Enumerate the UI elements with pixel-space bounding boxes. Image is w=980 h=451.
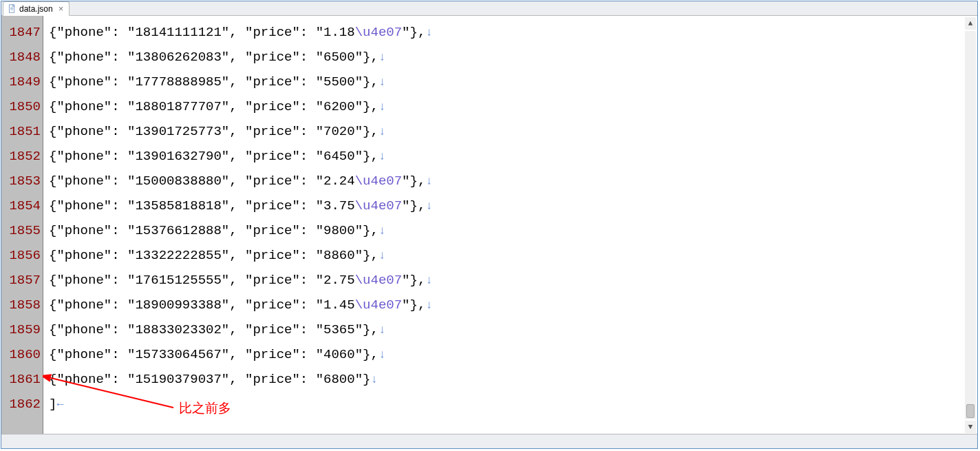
line-number: 1847 [1,20,43,45]
vertical-scrollbar[interactable] [965,31,976,419]
line-number: 1858 [1,293,43,317]
file-icon [8,4,17,13]
line-number: 1854 [1,193,43,218]
line-number: 1859 [1,317,43,342]
annotation-text: 比之前多 [179,399,231,417]
line-number: 1852 [1,144,43,169]
scroll-up-button[interactable]: ▲ [965,17,976,30]
line-number: 1857 [1,268,43,293]
code-line[interactable]: {"phone": "18801877707", "price": "6200"… [49,94,977,119]
code-line[interactable]: {"phone": "17615125555", "price": "2.75\… [49,268,977,293]
line-number: 1856 [1,243,43,268]
line-number: 1848 [1,45,43,70]
tab-bar: data.json × [1,1,977,16]
code-line[interactable]: {"phone": "18141111121", "price": "1.18\… [49,20,977,45]
code-line[interactable]: {"phone": "18833023302", "price": "5365"… [49,317,977,342]
code-line[interactable]: {"phone": "13322222855", "price": "8860"… [49,243,977,268]
line-number: 1851 [1,119,43,144]
code-line[interactable]: {"phone": "15733064567", "price": "4060"… [49,342,977,367]
line-number: 1860 [1,342,43,367]
close-icon[interactable]: × [58,4,64,13]
line-number: 1855 [1,218,43,243]
code-line[interactable]: {"phone": "18900993388", "price": "1.45\… [49,293,977,317]
line-number: 1862 [1,392,43,417]
line-number: 1850 [1,94,43,119]
code-line[interactable]: {"phone": "13901725773", "price": "7020"… [49,119,977,144]
scrollbar-thumb[interactable] [966,404,974,418]
tab-filename: data.json [19,4,53,14]
status-bar [1,434,977,448]
editor-window: data.json × 1847184818491850185118521853… [1,1,978,449]
line-number: 1849 [1,70,43,94]
scroll-down-button[interactable]: ▼ [965,421,976,433]
editor-area[interactable]: 1847184818491850185118521853185418551856… [1,16,977,434]
code-line[interactable]: {"phone": "13901632790", "price": "6450"… [49,144,977,169]
code-line[interactable]: {"phone": "17778888985", "price": "5500"… [49,70,977,94]
code-line[interactable]: {"phone": "15000838880", "price": "2.24\… [49,169,977,193]
code-content[interactable]: {"phone": "18141111121", "price": "1.18\… [43,16,977,434]
line-number-gutter: 1847184818491850185118521853185418551856… [1,16,43,434]
file-tab[interactable]: data.json × [3,1,70,16]
code-line[interactable]: {"phone": "13585818818", "price": "3.75\… [49,193,977,218]
line-number: 1853 [1,169,43,193]
line-number: 1861 [1,367,43,392]
code-line[interactable]: {"phone": "15190379037", "price": "6800"… [49,367,977,392]
code-line[interactable]: {"phone": "13806262083", "price": "6500"… [49,45,977,70]
code-line[interactable]: {"phone": "15376612888", "price": "9800"… [49,218,977,243]
